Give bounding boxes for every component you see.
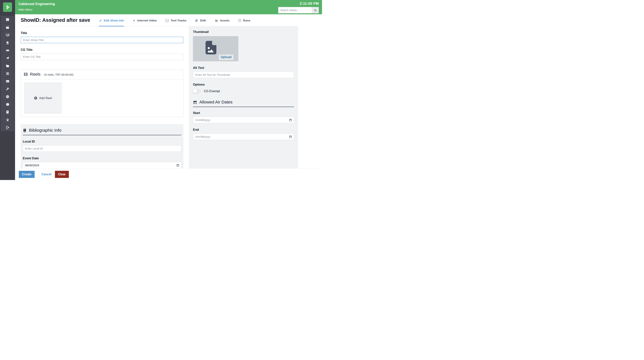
tab-label: Edit Show Info	[104, 19, 124, 22]
main-content: ShowID: Assigned after save Edit Show In…	[15, 14, 322, 180]
cc-icon: CC	[165, 19, 169, 22]
reels-heading: Reels	[30, 72, 40, 77]
thumbnail-label: Thumbnail	[193, 30, 294, 34]
reels-header: Reels - (0 reels, TRT 00:00:00)	[21, 70, 183, 79]
svg-text:CC: CC	[166, 20, 168, 21]
tab-label: Internet Video	[137, 19, 157, 22]
end-date-input[interactable]	[193, 133, 294, 140]
create-button[interactable]: Create	[19, 171, 34, 178]
svg-text:22: 22	[239, 20, 240, 22]
sidebar-item-activity[interactable]	[1, 116, 14, 124]
folder-open-icon	[6, 64, 10, 68]
end-date-label: End	[193, 128, 294, 132]
book-icon	[23, 128, 27, 132]
cg-exempt-row: CG Exempt	[193, 89, 294, 93]
play-icon	[132, 19, 136, 22]
tab-label: Text Tracks	[170, 19, 186, 22]
sidebar-item-shows[interactable]	[1, 24, 14, 31]
laptop-play-icon	[6, 72, 10, 76]
image-file-icon	[205, 40, 217, 55]
clear-button[interactable]: Clear	[55, 171, 69, 178]
dsk-document-icon	[195, 19, 198, 22]
sidebar-item-control[interactable]	[1, 47, 14, 54]
bibliographic-heading: Bibliographic Info	[29, 128, 62, 133]
air-dates-header: Allowed Air Dates	[193, 100, 294, 107]
event-date-input[interactable]	[23, 162, 181, 168]
cablecast-logo-icon[interactable]	[3, 2, 12, 12]
svg-text:?: ?	[7, 104, 8, 106]
svg-text:75°: 75°	[6, 34, 8, 36]
tab-runs[interactable]: 22 Runs	[238, 19, 250, 26]
toggle-knob	[193, 89, 197, 93]
reels-summary: - (0 reels, TRT 00:00:00)	[42, 72, 73, 76]
tab-label: DSK	[200, 19, 206, 22]
film-icon	[24, 72, 28, 76]
tab-text-tracks[interactable]: CC Text Tracks	[165, 19, 186, 26]
tab-assets[interactable]: Assets	[215, 19, 230, 26]
sidebar-item-send[interactable]	[1, 54, 14, 62]
folder-icon	[215, 19, 218, 22]
header: Cablecast Engineering Main Menu 2:11:00 …	[15, 0, 322, 14]
show-details-panel: Thumbnail Upload Alt Text Options CG Exe…	[189, 26, 298, 180]
calendar-icon	[193, 100, 197, 104]
reels-panel: Reels - (0 reels, TRT 00:00:00) Add Reel	[21, 70, 184, 117]
sidebar-item-calendar[interactable]: 22	[1, 16, 14, 23]
search-icon	[314, 9, 317, 12]
sidebar-item-tools[interactable]	[1, 85, 14, 93]
start-date-label: Start	[193, 111, 294, 115]
book-icon	[6, 110, 10, 114]
sidebar-item-video-server[interactable]	[1, 70, 14, 77]
tab-label: Runs	[243, 19, 250, 22]
action-bar: Create Cancel Clear	[15, 168, 322, 180]
main-menu-link[interactable]: Main Menu	[18, 8, 32, 11]
cg-title-label: CG Title	[21, 48, 184, 52]
sidebar-item-logout[interactable]	[1, 124, 14, 131]
thumbnail-placeholder: Upload	[193, 36, 238, 61]
sidebar-item-files[interactable]	[1, 62, 14, 70]
svg-text:22: 22	[7, 19, 8, 21]
page-title: ShowID: Assigned after save	[21, 17, 90, 26]
paper-plane-icon	[6, 56, 10, 60]
local-id-label: Local ID	[23, 140, 181, 143]
sidebar-item-captions[interactable]: CC	[1, 78, 14, 85]
sidebar-item-support[interactable]	[1, 39, 14, 46]
cg-exempt-toggle[interactable]	[193, 89, 201, 93]
sidebar-nav: 22 75° CC	[0, 16, 15, 131]
search-input[interactable]	[278, 7, 312, 13]
gymnast-icon	[6, 118, 10, 122]
tab-internet-video[interactable]: Internet Video	[132, 19, 157, 26]
calendar-icon: 22	[238, 19, 241, 22]
sidebar: 22 75° CC	[0, 0, 15, 180]
pencil-icon	[99, 19, 102, 22]
clapperboard-icon	[6, 26, 10, 29]
show-form: Title CG Title Reels - (0 reels, TRT 00:…	[21, 26, 184, 180]
calendar-icon: 22	[6, 18, 10, 22]
sidebar-item-docs[interactable]	[1, 108, 14, 116]
sidebar-item-settings[interactable]	[1, 93, 14, 100]
logout-icon	[6, 126, 10, 130]
question-icon: ?	[6, 102, 10, 106]
cg-exempt-label: CG Exempt	[204, 89, 220, 93]
cancel-button[interactable]: Cancel	[38, 171, 55, 178]
sidebar-item-help[interactable]: ?	[1, 101, 14, 108]
tab-edit-show-info[interactable]: Edit Show Info	[99, 19, 124, 26]
show-title-input[interactable]	[21, 37, 184, 43]
cg-title-input[interactable]	[21, 54, 184, 60]
reels-body: Add Reel	[21, 79, 183, 117]
plus-circle-icon	[34, 96, 38, 100]
tab-dsk[interactable]: DSK	[195, 19, 206, 26]
event-date-label: Event Date	[23, 156, 181, 160]
weather-tv-icon: 75°	[6, 33, 10, 37]
local-id-input[interactable]	[23, 145, 181, 152]
add-reel-button[interactable]: Add Reel	[24, 82, 62, 114]
alt-text-input[interactable]	[193, 72, 294, 78]
tabs: Edit Show Info Internet Video CC Text Tr…	[99, 19, 250, 26]
upload-button[interactable]: Upload	[219, 54, 234, 60]
air-dates-heading: Allowed Air Dates	[199, 100, 232, 104]
add-reel-label: Add Reel	[39, 96, 52, 100]
sidebar-item-bulletin-weather[interactable]: 75°	[1, 31, 14, 39]
content-columns: Title CG Title Reels - (0 reels, TRT 00:…	[15, 26, 322, 180]
svg-text:CC: CC	[6, 81, 8, 82]
search-button[interactable]	[312, 7, 318, 13]
start-date-input[interactable]	[193, 116, 294, 123]
